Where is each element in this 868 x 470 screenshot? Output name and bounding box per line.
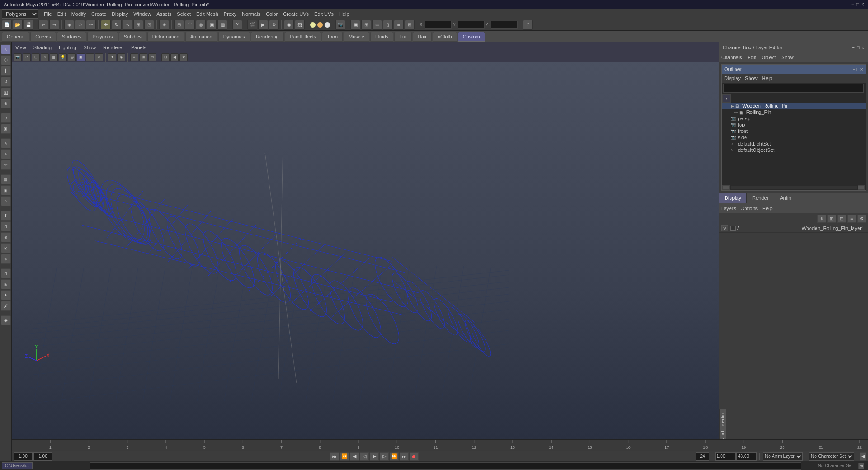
cb-menu-edit[interactable]: Edit bbox=[747, 55, 756, 60]
outliner-expand-toggle[interactable]: ▼ bbox=[722, 94, 731, 103]
tab-polygons[interactable]: Polygons bbox=[87, 32, 118, 42]
bevel-button[interactable]: ⊠ bbox=[1, 243, 11, 253]
quick-help-button[interactable]: ? bbox=[523, 20, 533, 30]
lasso-select-button[interactable]: ⊙ bbox=[75, 20, 85, 30]
layer-create-button[interactable]: ⊕ bbox=[817, 215, 826, 223]
minimize-button[interactable]: − bbox=[851, 1, 854, 8]
menu-display[interactable]: Display bbox=[112, 11, 128, 17]
channel-box-close-button[interactable]: × bbox=[862, 45, 864, 50]
vp-lights-button[interactable]: 💡 bbox=[59, 53, 67, 61]
tree-item-side[interactable]: 📷 side bbox=[722, 134, 866, 141]
vp-shadows-button[interactable]: ◎ bbox=[68, 53, 76, 61]
curve-tool-button[interactable]: ∿ bbox=[1, 138, 11, 148]
hypershade-button[interactable]: ◉ bbox=[284, 20, 294, 30]
nurbs-prim-button[interactable]: ○ bbox=[1, 196, 11, 206]
layer-tab-render[interactable]: Render bbox=[747, 193, 774, 203]
universal-manip-button[interactable]: ⊞ bbox=[133, 20, 143, 30]
tree-item-rolling-pin[interactable]: └─ ▦ Rolling_Pin bbox=[722, 109, 866, 115]
view-layout-outliner[interactable]: ≡ bbox=[394, 20, 404, 30]
3d-viewport[interactable]: X Y Z bbox=[12, 62, 719, 439]
camera-bookmarks-button[interactable]: 📷 bbox=[335, 20, 345, 30]
tab-subdivs[interactable]: Subdivs bbox=[119, 32, 146, 42]
select-mode-button[interactable]: ↖ bbox=[1, 44, 11, 54]
menu-window[interactable]: Window bbox=[133, 11, 151, 17]
tab-deformation[interactable]: Deformation bbox=[147, 32, 184, 42]
pencil-button[interactable]: ✏ bbox=[1, 160, 11, 170]
camera-rotate-button[interactable]: ◉ bbox=[1, 315, 11, 325]
cb-menu-show[interactable]: Show bbox=[781, 55, 794, 60]
menu-color[interactable]: Color bbox=[266, 11, 278, 17]
tab-curves[interactable]: Curves bbox=[30, 32, 56, 42]
color-circle-white[interactable] bbox=[324, 22, 330, 28]
layer-tab-anim[interactable]: Anim bbox=[774, 193, 797, 203]
tab-painteffects[interactable]: PaintEffects bbox=[285, 32, 321, 42]
tree-item-default-object-set[interactable]: ○ defaultObjectSet bbox=[722, 147, 866, 153]
outliner-search-box[interactable] bbox=[723, 84, 864, 93]
tab-ncloth[interactable]: nCloth bbox=[433, 32, 457, 42]
vp-xray-button[interactable]: ✦ bbox=[108, 53, 116, 61]
append-button[interactable]: ⊕ bbox=[1, 232, 11, 242]
outliner-scroll-left-button[interactable] bbox=[722, 185, 730, 190]
range-end-field[interactable] bbox=[736, 452, 757, 461]
new-scene-button[interactable]: 📄 bbox=[2, 20, 12, 30]
layer-visibility-toggle[interactable]: V bbox=[721, 225, 728, 231]
ep-curve-button[interactable]: ∿ bbox=[1, 149, 11, 159]
go-to-end-button[interactable]: ⏭ bbox=[400, 452, 409, 461]
outliner-close-button[interactable]: × bbox=[860, 66, 863, 72]
vp-hair-button[interactable]: ⋯ bbox=[86, 53, 94, 61]
menu-edit-uvs[interactable]: Edit UVs bbox=[314, 11, 334, 17]
vp-wireframe-button[interactable]: ⊞ bbox=[32, 53, 40, 61]
channel-box-minimize-button[interactable]: − bbox=[852, 45, 854, 50]
vp-persp-toggle[interactable]: P bbox=[23, 53, 31, 61]
coord-x-input[interactable] bbox=[425, 21, 452, 29]
render-settings-button[interactable]: ⚙ bbox=[269, 20, 279, 30]
vp-bookmark-button[interactable]: ★ bbox=[179, 53, 188, 61]
rotate-tool-left-button[interactable]: ↺ bbox=[1, 77, 11, 87]
play-forward-button[interactable]: ▶ bbox=[370, 452, 379, 461]
end-frame-input[interactable] bbox=[696, 452, 709, 461]
render-current-frame-button[interactable]: 🎬 bbox=[247, 20, 257, 30]
tab-dynamics[interactable]: Dynamics bbox=[218, 32, 250, 42]
menu-help[interactable]: Help bbox=[339, 11, 349, 17]
outliner-maximize-button[interactable]: □ bbox=[856, 66, 859, 72]
color-circle-orange[interactable] bbox=[317, 22, 323, 28]
paint-weights-button[interactable]: 🖌 bbox=[1, 301, 11, 311]
move-tool-left-button[interactable]: ✛ bbox=[1, 66, 11, 76]
vp-film-gate-button[interactable]: ▭ bbox=[148, 53, 156, 61]
layer-delete-button[interactable]: ⊟ bbox=[837, 215, 846, 223]
cb-menu-channels[interactable]: Channels bbox=[721, 55, 742, 60]
soft-mod-button[interactable]: ⊓ bbox=[1, 268, 11, 278]
range-start-field[interactable] bbox=[715, 452, 736, 461]
anim-layer-select[interactable]: No Anim Layer bbox=[763, 452, 803, 461]
outliner-menu-display[interactable]: Display bbox=[724, 75, 741, 81]
go-to-start-button[interactable]: ⏮ bbox=[330, 452, 339, 461]
lasso-tool-button[interactable]: ⊙ bbox=[1, 113, 11, 123]
layer-menu-help[interactable]: Help bbox=[762, 206, 773, 211]
menu-select[interactable]: Select bbox=[177, 11, 191, 17]
snap-view-planes-button[interactable]: ▣ bbox=[207, 20, 217, 30]
history-button[interactable]: ? bbox=[232, 20, 242, 30]
ipr-render-button[interactable]: ▶ bbox=[258, 20, 268, 30]
save-scene-button[interactable]: 💾 bbox=[24, 20, 33, 30]
outliner-menu-help[interactable]: Help bbox=[762, 75, 773, 81]
tab-rendering[interactable]: Rendering bbox=[251, 32, 284, 42]
move-tool-button[interactable]: ✚ bbox=[101, 20, 111, 30]
menu-edit-mesh[interactable]: Edit Mesh bbox=[196, 11, 218, 17]
menu-assets[interactable]: Assets bbox=[156, 11, 171, 17]
layer-tab-display[interactable]: Display bbox=[719, 193, 747, 203]
tab-surfaces[interactable]: Surfaces bbox=[57, 32, 86, 42]
status-scroll-button[interactable]: ◀ bbox=[858, 463, 864, 469]
viewport-menu-renderer[interactable]: Renderer bbox=[103, 45, 124, 50]
rotate-tool-button[interactable]: ↻ bbox=[112, 20, 122, 30]
layer-menu-layers[interactable]: Layers bbox=[721, 206, 736, 211]
menu-modify[interactable]: Modify bbox=[71, 11, 86, 17]
timeline[interactable]: 1 2 3 4 5 6 7 bbox=[12, 439, 868, 451]
view-layout-split-v[interactable]: ▯ bbox=[383, 20, 393, 30]
drag-select-button[interactable]: ▣ bbox=[1, 124, 11, 134]
snap-curve-button[interactable]: ⌒ bbox=[185, 20, 195, 30]
layer-attrs-button[interactable]: ⚙ bbox=[857, 215, 866, 223]
viewport-menu-show[interactable]: Show bbox=[84, 45, 96, 50]
tab-animation[interactable]: Animation bbox=[185, 32, 217, 42]
preferences-button[interactable]: ◀ bbox=[860, 452, 866, 461]
snap-live-surface-button[interactable]: ▧ bbox=[217, 20, 227, 30]
